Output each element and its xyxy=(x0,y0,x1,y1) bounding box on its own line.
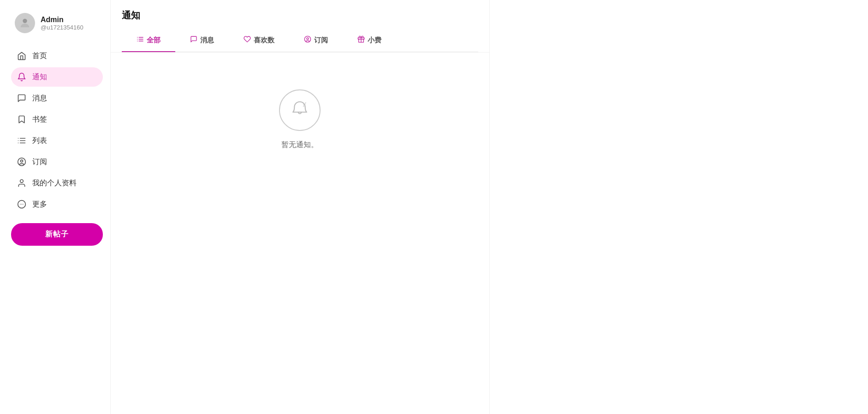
page-title: 通知 xyxy=(122,9,478,22)
avatar xyxy=(15,13,35,33)
sidebar-item-more[interactable]: 更多 xyxy=(11,195,103,214)
right-panel xyxy=(490,0,868,414)
svg-point-11 xyxy=(20,204,21,205)
sidebar-item-bookmarks-label: 书签 xyxy=(32,115,47,124)
tab-likes-label: 喜欢数 xyxy=(254,36,274,45)
svg-text:z: z xyxy=(305,101,307,105)
sidebar-item-lists[interactable]: 列表 xyxy=(11,131,103,150)
user-info: Admin @u1721354160 xyxy=(41,16,83,31)
sidebar-item-profile-label: 我的个人资料 xyxy=(32,178,77,188)
sidebar-item-home[interactable]: 首页 xyxy=(11,46,103,65)
empty-state: z z 暂无通知。 xyxy=(111,53,489,168)
bookmark-icon xyxy=(17,114,27,124)
tab-all-icon xyxy=(137,35,144,45)
new-post-button[interactable]: 新帖子 xyxy=(11,223,103,246)
tab-all[interactable]: 全部 xyxy=(122,29,175,52)
tab-likes[interactable]: 喜欢数 xyxy=(229,29,289,52)
svg-point-0 xyxy=(23,19,27,23)
bell-icon xyxy=(17,72,27,82)
sidebar-item-subscriptions-label: 订阅 xyxy=(32,157,47,167)
tab-all-label: 全部 xyxy=(147,36,161,45)
tab-subscriptions-icon xyxy=(304,35,311,45)
list-icon xyxy=(17,136,27,146)
notification-tabs: 全部 消息 喜欢数 xyxy=(122,29,478,52)
sidebar-item-notifications-label: 通知 xyxy=(32,72,47,82)
tab-messages-icon xyxy=(190,35,197,45)
user-icon xyxy=(17,178,27,188)
tab-messages[interactable]: 消息 xyxy=(175,29,229,52)
tab-tips[interactable]: 小费 xyxy=(343,29,396,52)
sidebar-item-messages[interactable]: 消息 xyxy=(11,89,103,108)
chat-icon xyxy=(17,93,27,103)
sidebar-item-home-label: 首页 xyxy=(32,51,47,61)
page-header: 通知 全部 消息 xyxy=(111,0,489,53)
sidebar-item-lists-label: 列表 xyxy=(32,136,47,146)
user-name: Admin xyxy=(41,16,83,24)
svg-point-8 xyxy=(21,160,23,162)
svg-point-9 xyxy=(20,180,24,183)
empty-icon-circle: z z xyxy=(279,89,321,131)
more-icon xyxy=(17,199,27,209)
home-icon xyxy=(17,51,27,61)
main-content: 通知 全部 消息 xyxy=(111,0,490,414)
tab-tips-label: 小费 xyxy=(368,36,381,45)
tab-likes-icon xyxy=(244,35,251,45)
sidebar-item-bookmarks[interactable]: 书签 xyxy=(11,110,103,129)
sidebar-item-messages-label: 消息 xyxy=(32,94,47,103)
tab-subscriptions-label: 订阅 xyxy=(314,36,328,45)
svg-point-12 xyxy=(21,204,22,205)
sidebar-item-subscriptions[interactable]: 订阅 xyxy=(11,152,103,172)
avatar-icon xyxy=(18,17,31,30)
sidebar-item-notifications[interactable]: 通知 xyxy=(11,67,103,87)
sidebar-item-profile[interactable]: 我的个人资料 xyxy=(11,173,103,193)
subscribe-icon xyxy=(17,157,27,167)
user-profile: Admin @u1721354160 xyxy=(11,11,103,35)
sidebar: Admin @u1721354160 首页 通知 消息 xyxy=(0,0,111,414)
sidebar-item-more-label: 更多 xyxy=(32,200,47,209)
svg-point-21 xyxy=(307,38,309,40)
tab-subscriptions[interactable]: 订阅 xyxy=(289,29,343,52)
user-handle: @u1721354160 xyxy=(41,24,83,31)
svg-point-13 xyxy=(23,204,24,205)
empty-state-text: 暂无通知。 xyxy=(281,140,318,150)
tab-messages-label: 消息 xyxy=(200,36,214,45)
empty-bell-icon: z z xyxy=(288,99,311,122)
tab-tips-icon xyxy=(357,35,365,45)
